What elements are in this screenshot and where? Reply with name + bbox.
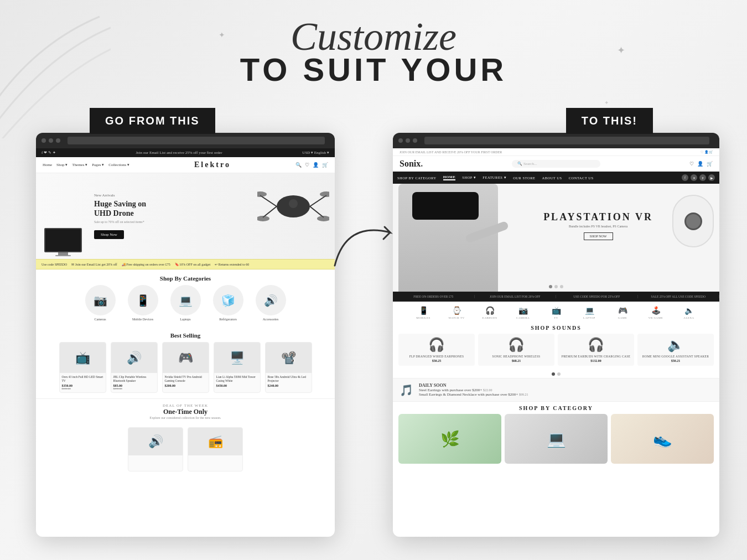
wishlist-icon[interactable]: ♡ bbox=[305, 162, 309, 168]
nav-shop[interactable]: Shop ▾ bbox=[56, 163, 68, 167]
icon-cat-camera[interactable]: 📷 CAMERA bbox=[508, 306, 538, 319]
sonix-search[interactable]: 🔍 Search... bbox=[512, 160, 600, 168]
sonix-shop-btn[interactable]: SHOP NOW bbox=[584, 232, 613, 240]
product-gaming-price: $200.00 bbox=[165, 384, 206, 387]
banner-line2: Small Earrings & Diamond Necklace with p… bbox=[419, 392, 518, 397]
product-projector-img: 📽️ bbox=[266, 343, 312, 373]
product-projector[interactable]: 📽️ Bose 58x Android Ultra 4k Led Project… bbox=[265, 342, 312, 393]
cat-img-2[interactable]: 💻 bbox=[505, 414, 608, 464]
cat-cameras[interactable]: 📷 Cameras bbox=[82, 285, 118, 321]
sonix-hero: PLAYSTATION VR Bundle includes PS VR hea… bbox=[393, 184, 719, 292]
icon-cat-mobiles[interactable]: 📱 MOBILES bbox=[408, 306, 439, 319]
bottom-product-2[interactable]: 📻 bbox=[188, 427, 243, 471]
icon-cat-vr[interactable]: 🕹️ VR GAME bbox=[641, 306, 671, 319]
icon-cat-alexa[interactable]: 🔈 ALEXA bbox=[674, 306, 704, 319]
bottom-product-1[interactable]: 🔊 bbox=[128, 427, 183, 471]
sonix-nav-features[interactable]: FEATURES ▾ bbox=[483, 175, 506, 180]
cat-img-3[interactable]: 👟 bbox=[611, 414, 714, 464]
nav-themes[interactable]: Themes ▾ bbox=[72, 163, 87, 167]
sound-1-price: $50.25 bbox=[402, 359, 471, 362]
sonix-main-nav: SHOP BY CATEGORY HOME SHOP ▾ FEATURES ▾ … bbox=[393, 172, 719, 184]
cat-refrigerators-icon: 🧊 bbox=[213, 285, 243, 315]
icon-cat-tv[interactable]: 📺 TV bbox=[541, 306, 572, 319]
sonix-cart-icon[interactable]: 🛒 bbox=[707, 161, 713, 167]
bottom-product-1-img: 🔊 bbox=[128, 428, 183, 455]
icon-cat-earbuds[interactable]: 🎧 EARBUDS bbox=[475, 306, 505, 319]
icon-cat-game[interactable]: 🎮 GAME bbox=[608, 306, 638, 319]
watch-icon: ⌚ bbox=[442, 306, 472, 315]
product-gaming[interactable]: 🎮 Nvidia Shield TV Pro Android Gaming Co… bbox=[162, 342, 209, 393]
sonix-promo-strip: FREE ON ORDERS OVER £75 JOIN OUR EMAIL L… bbox=[393, 292, 719, 302]
fb-icon[interactable]: f bbox=[682, 174, 688, 181]
vr-icon: 🕹️ bbox=[641, 306, 671, 315]
search-icon[interactable]: 🔍 bbox=[295, 162, 302, 168]
sound-product-1[interactable]: 🎧 FLP DRANGED WIRED EARPHONES $50.25 bbox=[398, 334, 475, 366]
sonix-account-icon[interactable]: 👤 bbox=[697, 161, 703, 167]
nav-home[interactable]: Home bbox=[43, 163, 52, 167]
icon-cat-watch[interactable]: ⌚ WATCH TV bbox=[442, 306, 472, 319]
dot-3[interactable] bbox=[560, 285, 563, 288]
vr-headset-shape bbox=[412, 192, 479, 220]
elektro-nav-icons: 🔍 ♡ 👤 🛒 bbox=[295, 162, 328, 168]
nav-pages[interactable]: Pages ▾ bbox=[92, 163, 104, 167]
product-gaming-info: Nvidia Shield TV Pro Android Gaming Cons… bbox=[163, 373, 209, 390]
sonix-hero-title: PLAYSTATION VR bbox=[543, 211, 653, 223]
elektro-promo-bar: Use code SPEEDO ✉ Join our Email List ge… bbox=[36, 259, 335, 269]
sonix-content: JOIN OUR EMAIL LIST AND RECEIVE 20% OFF … bbox=[393, 148, 719, 537]
nav-collections[interactable]: Collections ▾ bbox=[108, 163, 129, 167]
sonix-nav-about[interactable]: ABOUT US bbox=[542, 176, 562, 180]
cart-icon[interactable]: 🛒 bbox=[322, 162, 328, 168]
hero-subtext: Sale up to 70% off on selected items* bbox=[94, 220, 146, 224]
arm-shape bbox=[465, 221, 509, 243]
chrome-dot bbox=[42, 138, 46, 143]
product-projector-price: $240.00 bbox=[268, 384, 309, 387]
sonix-nav-shop[interactable]: SHOP ▾ bbox=[462, 175, 476, 180]
sonix-nav-store[interactable]: OUR STORE bbox=[513, 176, 535, 180]
yt-icon[interactable]: ▶ bbox=[708, 174, 715, 181]
hero-new-arrivals: New Arrivals bbox=[94, 193, 146, 198]
cat-laptops[interactable]: 💻 Laptops bbox=[168, 285, 204, 321]
chrome-dot bbox=[413, 138, 417, 143]
sound-2-img: 🎧 bbox=[481, 337, 551, 352]
cat-refrigerators-label: Refrigerators bbox=[210, 318, 246, 321]
icon-cat-laptop[interactable]: 💻 LAPTOP bbox=[574, 306, 605, 319]
cat-refrigerators[interactable]: 🧊 Refrigerators bbox=[210, 285, 246, 321]
elektro-topbar-right: USD ▾ English ▾ bbox=[302, 151, 329, 155]
sound-product-2[interactable]: 🎧 SONIC HEADPHONE WIRELESS $68.21 bbox=[478, 334, 554, 366]
sonix-hero-sub: Bundle includes PS VR headset, PS Camera bbox=[543, 225, 653, 228]
elektro-hero: New Arrivals Huge Saving onUHD Drone Sal… bbox=[36, 173, 335, 259]
sound-product-3[interactable]: 🎧 PREMIUM EARBUDS WITH CHARGING CASE $13… bbox=[558, 334, 634, 366]
bottom-product-2-img: 📻 bbox=[188, 428, 242, 455]
cat-mobile-icon: 📱 bbox=[128, 285, 158, 315]
chrome-dot bbox=[56, 138, 60, 143]
promo-item-4: 🔖 10% OFF on all gadget bbox=[175, 262, 211, 266]
cat-img-1[interactable]: 🌿 bbox=[398, 414, 501, 464]
elektro-content: f ❤ ✎ ✦ Join our Email List and receive … bbox=[36, 148, 335, 537]
cat-mobile[interactable]: 📱 Mobile Devices bbox=[125, 285, 161, 321]
account-icon[interactable]: 👤 bbox=[313, 162, 319, 168]
pin-icon[interactable]: p bbox=[699, 174, 706, 181]
dot-2[interactable] bbox=[554, 285, 558, 288]
tw-icon[interactable]: ✕ bbox=[691, 174, 697, 181]
product-tv[interactable]: 📺 Orex 43 inch Full HD LED Smart TV $350… bbox=[59, 342, 106, 393]
sound-product-4[interactable]: 🔈 HOME MINI GOOGLE ASSISTANT SPEAKER $50… bbox=[637, 334, 714, 366]
sonix-nav-home[interactable]: HOME bbox=[443, 175, 456, 180]
product-speaker[interactable]: 🔊 JBL Clip Portable Wireless Bluetooth S… bbox=[111, 342, 158, 393]
earbuds-icon: 🎧 bbox=[475, 306, 505, 315]
elektro-hero-text: New Arrivals Huge Saving onUHD Drone Sal… bbox=[94, 193, 146, 240]
dot-inactive[interactable] bbox=[557, 372, 561, 376]
svg-point-7 bbox=[320, 191, 329, 197]
sonix-wishlist-icon[interactable]: ♡ bbox=[689, 161, 694, 167]
game-label: GAME bbox=[608, 317, 638, 319]
banner-line1: Steel Earrings with purchase over $200+ bbox=[419, 388, 482, 392]
product-case[interactable]: 🖥️ Lian Li Alpha 550M Mid Tower Casing W… bbox=[214, 342, 261, 393]
cat-accessories[interactable]: 🔊 Accessories bbox=[253, 285, 289, 321]
sonix-nav-category[interactable]: SHOP BY CATEGORY bbox=[397, 176, 437, 180]
dot-1[interactable] bbox=[549, 285, 552, 288]
dot-active[interactable] bbox=[552, 372, 555, 376]
shop-now-button[interactable]: Shop Now bbox=[94, 230, 124, 239]
icon-categories: 📱 MOBILES ⌚ WATCH TV 🎧 EARBUDS 📷 CAMERA … bbox=[393, 302, 719, 322]
sounds-products: 🎧 FLP DRANGED WIRED EARPHONES $50.25 🎧 S… bbox=[393, 334, 719, 370]
sonix-nav-contact[interactable]: CONTACT US bbox=[569, 176, 594, 180]
watch-label: WATCH TV bbox=[442, 317, 472, 319]
